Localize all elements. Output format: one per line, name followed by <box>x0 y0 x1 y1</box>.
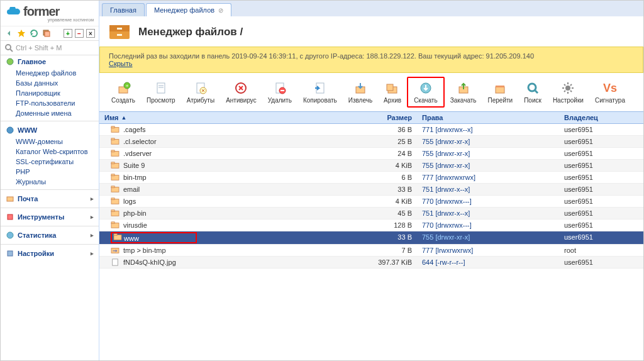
close-icon[interactable]: ⊘ <box>218 7 223 14</box>
svg-text:Vs: Vs <box>603 82 617 94</box>
table-row[interactable]: logs4 KiB770 [drwxrwx---]user6951 <box>99 196 643 208</box>
tabs: ГлавнаяМенеджер файлов⊘ <box>99 1 643 16</box>
nav-item[interactable]: FTP-пользователи <box>1 98 99 108</box>
close-panel-icon[interactable]: × <box>86 29 95 38</box>
toolbar-удалить[interactable]: Удалить <box>262 77 297 108</box>
toolbar-настройки[interactable]: Настройки <box>547 77 589 108</box>
search-placeholder: Ctrl + Shift + M <box>16 44 62 52</box>
nav-section-3[interactable]: Инструменты▸ <box>1 211 99 223</box>
svg-rect-9 <box>8 251 13 256</box>
folder-icon <box>111 162 119 169</box>
star-icon[interactable] <box>17 29 26 38</box>
svg-rect-12 <box>117 28 122 30</box>
toolbar-icon <box>272 81 287 96</box>
table-row[interactable]: .cl.selector25 B755 [drwxr-xr-x]user6951 <box>99 136 643 148</box>
col-perm[interactable]: Права <box>417 112 559 123</box>
table-row[interactable]: bin-tmp6 B777 [drwxrwxrwx]user6951 <box>99 172 643 184</box>
svg-rect-49 <box>111 186 114 188</box>
collapse-icon[interactable]: − <box>75 29 84 38</box>
nav-item[interactable]: PHP <box>1 167 99 177</box>
col-owner[interactable]: Владелец <box>559 112 643 123</box>
folder-icon <box>111 186 119 193</box>
layers-icon[interactable] <box>42 29 51 38</box>
folder-icon <box>111 209 119 217</box>
toolbar-перейти[interactable]: Перейти <box>482 77 519 108</box>
table-row[interactable]: .cagefs36 B771 [drwxrwx--x]user6951 <box>99 124 643 136</box>
svg-rect-17 <box>157 83 165 93</box>
toolbar-icon: + <box>116 81 131 96</box>
toolbar-icon <box>193 81 208 96</box>
file-icon <box>111 258 119 266</box>
table-row[interactable]: www33 B755 [drwxr-xr-x]user6951 <box>99 231 643 245</box>
toolbar-извлечь[interactable]: Извлечь <box>343 77 378 108</box>
nav-item[interactable]: Доменные имена <box>1 108 99 118</box>
table-row[interactable]: php-bin45 B751 [drwxr-x--x]user6951 <box>99 208 643 219</box>
nav-item[interactable]: Планировщик <box>1 88 99 98</box>
side-nav: ГлавноеМенеджер файловБазы данныхПланиро… <box>1 55 99 260</box>
toolbar-закачать[interactable]: Закачать <box>445 77 482 108</box>
back-icon[interactable] <box>4 29 13 38</box>
login-notice: Последний раз вы заходили в панель 2019-… <box>99 47 643 73</box>
toolbar-просмотр[interactable]: Просмотр <box>141 77 181 108</box>
notice-hide-link[interactable]: Скрыть <box>109 60 133 67</box>
refresh-icon[interactable] <box>30 29 38 38</box>
svg-point-5 <box>7 127 13 133</box>
svg-rect-57 <box>114 234 117 236</box>
col-size[interactable]: Размер <box>364 112 417 123</box>
folder-icon <box>111 221 119 229</box>
svg-rect-41 <box>111 138 114 140</box>
chevron-icon: ▸ <box>91 232 94 238</box>
tab-0[interactable]: Главная <box>102 3 145 16</box>
toolbar-создать[interactable]: +Создать <box>106 77 141 108</box>
toolbar-icon <box>353 81 368 96</box>
toolbar-копировать[interactable]: Копировать <box>297 77 343 108</box>
toolbar-архив[interactable]: Архив <box>378 77 407 108</box>
nav-item[interactable]: Каталог Web-скриптов <box>1 147 99 157</box>
search-bar[interactable]: Ctrl + Shift + M <box>1 41 99 55</box>
nav-item[interactable]: Менеджер файлов <box>1 68 99 78</box>
svg-rect-55 <box>111 222 114 224</box>
nav-section-1[interactable]: WWW <box>1 124 99 136</box>
svg-rect-51 <box>111 198 114 200</box>
nav-item[interactable]: Базы данных <box>1 78 99 88</box>
nav-item[interactable]: Журналы <box>1 177 99 187</box>
grid-header: Имя ▲ Размер Права Владелец <box>99 111 643 124</box>
toolbar-поиск[interactable]: Поиск <box>518 77 547 108</box>
folder-icon <box>111 150 119 157</box>
svg-rect-43 <box>111 150 114 152</box>
nav-section-5[interactable]: Настройки▸ <box>1 247 99 260</box>
svg-rect-1 <box>45 31 50 36</box>
nav-item[interactable]: WWW-домены <box>1 136 99 147</box>
tab-1[interactable]: Менеджер файлов⊘ <box>146 3 231 16</box>
svg-rect-6 <box>7 197 13 201</box>
nav-section-4[interactable]: Статистика▸ <box>1 229 99 242</box>
svg-rect-39 <box>111 126 114 128</box>
toolbar-атрибуты[interactable]: Атрибуты <box>181 77 220 108</box>
svg-rect-53 <box>111 210 114 212</box>
table-row[interactable]: fND4sQ-khIQ.jpg397.37 KiB644 [-rw-r--r--… <box>99 257 643 269</box>
toolbar-icon <box>492 81 508 96</box>
nav-section-2[interactable]: Почта▸ <box>1 192 99 205</box>
table-row[interactable]: Suite 94 KiB755 [drwxr-xr-x]user6951 <box>99 160 643 172</box>
toolbar-icon <box>313 81 328 96</box>
expand-icon[interactable]: + <box>64 29 72 38</box>
svg-point-2 <box>6 45 11 50</box>
svg-rect-45 <box>111 162 114 164</box>
notice-text: Последний раз вы заходили в панель 2019-… <box>109 52 534 60</box>
svg-rect-33 <box>496 86 504 87</box>
toolbar-icon <box>525 81 540 96</box>
toolbar-антивирус[interactable]: Антивирус <box>220 77 262 108</box>
cloud-icon <box>6 7 21 17</box>
table-row[interactable]: email33 B751 [drwxr-x--x]user6951 <box>99 184 643 196</box>
nav-item[interactable]: SSL-сертификаты <box>1 157 99 167</box>
toolbar-сигнатура[interactable]: VsСигнатура <box>589 77 631 108</box>
table-row[interactable]: .vdserver24 B755 [drwxr-xr-x]user6951 <box>99 148 643 160</box>
toolbar-icon: Vs <box>602 81 618 96</box>
toolbar-скачать[interactable]: Скачать <box>407 77 445 108</box>
folder-icon <box>111 197 119 205</box>
nav-section-0[interactable]: Главное <box>1 55 99 68</box>
table-row[interactable]: tmp > bin-tmp7 B777 [lrwxrwxrwx]root <box>99 245 643 257</box>
col-name[interactable]: Имя ▲ <box>99 112 364 123</box>
table-row[interactable]: virusdie128 B770 [drwxrwx---]user6951 <box>99 219 643 231</box>
logo-area: former управление хостингом <box>1 1 99 26</box>
